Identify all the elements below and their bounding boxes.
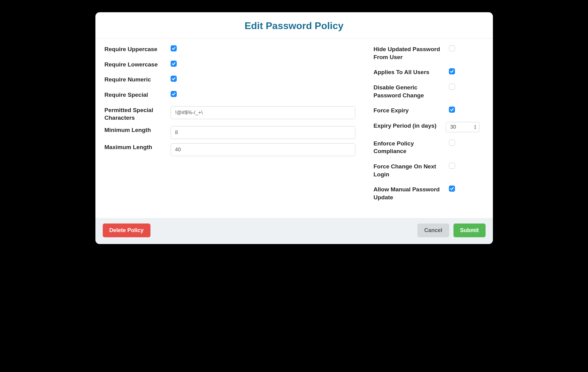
check-icon [172,46,176,51]
hide-updated-checkbox[interactable] [449,45,455,51]
expiry-period-value: 30 [450,124,456,130]
max-length-input[interactable] [171,143,355,156]
applies-all-checkbox[interactable] [449,68,455,74]
require-special-label: Require Special [105,91,166,99]
require-special-checkbox[interactable] [171,91,177,97]
min-length-label: Minimum Length [105,126,166,134]
edit-password-policy-panel: Edit Password Policy Require Uppercase R… [95,12,493,244]
force-expiry-label: Force Expiry [374,107,441,115]
allow-manual-checkbox[interactable] [449,186,455,192]
force-next-login-checkbox[interactable] [449,163,455,169]
hide-updated-label: Hide Updated Password From User [374,45,441,61]
require-uppercase-checkbox[interactable] [171,45,177,51]
chevron-down-icon[interactable]: ▼ [474,127,477,130]
applies-all-label: Applies To All Users [374,68,441,76]
page-title: Edit Password Policy [98,20,490,32]
right-column: Hide Updated Password From User Applies … [374,45,484,209]
require-numeric-checkbox[interactable] [171,76,177,82]
check-icon [450,69,454,73]
enforce-compliance-checkbox[interactable] [449,140,455,146]
require-lowercase-label: Require Lowercase [105,61,166,69]
check-icon [450,186,454,191]
min-length-input[interactable] [171,126,355,139]
check-icon [172,77,176,81]
force-expiry-checkbox[interactable] [449,107,455,113]
stepper-arrows[interactable]: ▲ ▼ [474,124,477,130]
panel-header: Edit Password Policy [95,12,493,39]
require-uppercase-label: Require Uppercase [105,45,166,53]
check-icon [172,92,176,96]
permitted-special-input[interactable] [171,106,355,119]
require-lowercase-checkbox[interactable] [171,61,177,67]
disable-generic-label: Disable Generic Password Change [374,84,441,99]
panel-body: Require Uppercase Require Lowercase Requ… [95,39,493,218]
expiry-period-label: Expiry Period (in days) [374,122,441,130]
allow-manual-label: Allow Manual Password Update [374,186,441,201]
panel-footer: Delete Policy Cancel Submit [95,218,493,244]
force-next-login-label: Force Change On Next Login [374,163,441,178]
expiry-period-stepper[interactable]: 30 ▲ ▼ [446,122,479,132]
cancel-button[interactable]: Cancel [417,224,449,237]
left-column: Require Uppercase Require Lowercase Requ… [105,45,355,209]
check-icon [172,62,176,66]
submit-button[interactable]: Submit [453,224,486,237]
max-length-label: Maximum Length [105,143,166,151]
disable-generic-checkbox[interactable] [449,84,455,90]
chevron-up-icon[interactable]: ▲ [474,124,477,127]
delete-policy-button[interactable]: Delete Policy [103,224,150,237]
check-icon [450,107,454,112]
enforce-compliance-label: Enforce Policy Compliance [374,140,441,155]
require-numeric-label: Require Numeric [105,76,166,84]
permitted-special-label: Permitted Special Characters [105,106,166,122]
